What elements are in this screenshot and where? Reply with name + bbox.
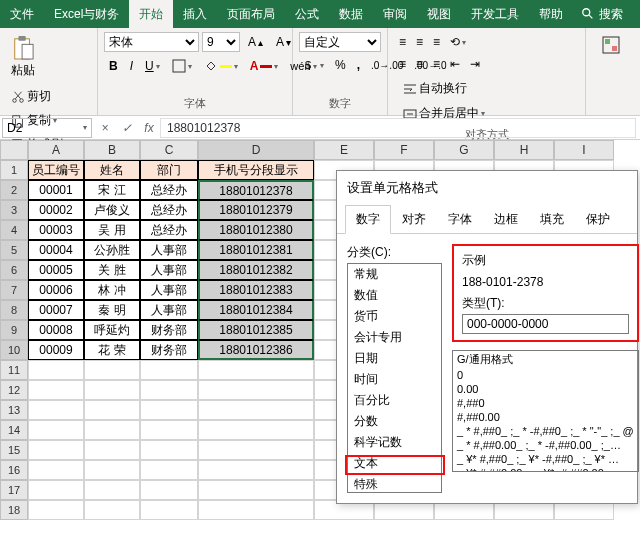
- row-header[interactable]: 15: [0, 440, 28, 460]
- enter-button[interactable]: ✓: [116, 121, 138, 135]
- row-header[interactable]: 7: [0, 280, 28, 300]
- align-middle-button[interactable]: ≡: [411, 32, 428, 52]
- cell[interactable]: 呼延灼: [84, 320, 140, 340]
- row-header[interactable]: 18: [0, 500, 28, 520]
- cell[interactable]: 秦 明: [84, 300, 140, 320]
- cell[interactable]: [140, 420, 198, 440]
- col-header-I[interactable]: I: [554, 140, 614, 160]
- cell[interactable]: [28, 380, 84, 400]
- font-name-select[interactable]: 宋体: [104, 32, 199, 52]
- cancel-button[interactable]: ×: [94, 121, 116, 135]
- cell[interactable]: 关 胜: [84, 260, 140, 280]
- cell[interactable]: 00008: [28, 320, 84, 340]
- align-right-button[interactable]: ≡: [428, 54, 445, 74]
- col-header-F[interactable]: F: [374, 140, 434, 160]
- row-header[interactable]: 16: [0, 460, 28, 480]
- fx-button[interactable]: fx: [138, 121, 160, 135]
- row-header[interactable]: 4: [0, 220, 28, 240]
- format-code-item[interactable]: #,##0.00: [453, 410, 638, 424]
- cell[interactable]: [84, 420, 140, 440]
- font-size-select[interactable]: 9: [202, 32, 240, 52]
- cell[interactable]: 00007: [28, 300, 84, 320]
- row-header[interactable]: 12: [0, 380, 28, 400]
- col-header-B[interactable]: B: [84, 140, 140, 160]
- dialog-tab-alignment[interactable]: 对齐: [391, 205, 437, 234]
- cell[interactable]: [84, 480, 140, 500]
- category-item[interactable]: 日期: [348, 348, 441, 369]
- increase-indent-button[interactable]: ⇥: [465, 54, 485, 74]
- cell[interactable]: 18801012382: [198, 260, 314, 280]
- cell[interactable]: [140, 460, 198, 480]
- cell[interactable]: [28, 480, 84, 500]
- row-header[interactable]: 6: [0, 260, 28, 280]
- cut-button[interactable]: 剪切: [6, 85, 68, 108]
- tab-help[interactable]: 帮助: [529, 0, 573, 28]
- cell[interactable]: [198, 440, 314, 460]
- col-header-G[interactable]: G: [434, 140, 494, 160]
- cell[interactable]: 00001: [28, 180, 84, 200]
- select-all-corner[interactable]: [0, 140, 28, 160]
- cell[interactable]: [198, 480, 314, 500]
- border-button[interactable]: ▾: [167, 56, 197, 76]
- number-format-select[interactable]: 自定义: [299, 32, 381, 52]
- format-code-item[interactable]: _ ¥* #,##0_ ;_ ¥* -#,##0_ ;_ ¥* …: [453, 452, 638, 466]
- category-item[interactable]: 科学记数: [348, 432, 441, 453]
- tab-view[interactable]: 视图: [417, 0, 461, 28]
- col-header-C[interactable]: C: [140, 140, 198, 160]
- format-code-item[interactable]: G/通用格式: [453, 351, 638, 368]
- row-header[interactable]: 8: [0, 300, 28, 320]
- format-code-item[interactable]: _ * #,##0.00_ ;_ * -#,##0.00_ ;_…: [453, 438, 638, 452]
- cell[interactable]: [140, 480, 198, 500]
- header-cell[interactable]: 手机号分段显示: [198, 160, 314, 180]
- underline-button[interactable]: U▾: [140, 56, 165, 76]
- align-bottom-button[interactable]: ≡: [428, 32, 445, 52]
- format-code-item[interactable]: 0.00: [453, 382, 638, 396]
- row-header[interactable]: 17: [0, 480, 28, 500]
- cell[interactable]: [84, 440, 140, 460]
- row-header[interactable]: 11: [0, 360, 28, 380]
- format-code-item[interactable]: 0: [453, 368, 638, 382]
- cell[interactable]: 总经办: [140, 180, 198, 200]
- type-input[interactable]: [462, 314, 629, 334]
- cell[interactable]: [28, 440, 84, 460]
- name-box[interactable]: D2▾: [2, 118, 92, 138]
- row-header[interactable]: 9: [0, 320, 28, 340]
- row-header[interactable]: 13: [0, 400, 28, 420]
- cell[interactable]: [84, 360, 140, 380]
- wrap-text-button[interactable]: 自动换行: [398, 77, 490, 100]
- cell[interactable]: [198, 460, 314, 480]
- cell[interactable]: [140, 400, 198, 420]
- cell[interactable]: 财务部: [140, 340, 198, 360]
- dialog-tab-protection[interactable]: 保护: [575, 205, 621, 234]
- cell[interactable]: 18801012383: [198, 280, 314, 300]
- cell[interactable]: [84, 500, 140, 520]
- cell[interactable]: [198, 380, 314, 400]
- row-header[interactable]: 2: [0, 180, 28, 200]
- align-center-button[interactable]: ≡: [411, 54, 428, 74]
- cell[interactable]: [84, 400, 140, 420]
- cell[interactable]: 人事部: [140, 260, 198, 280]
- tab-developer[interactable]: 开发工具: [461, 0, 529, 28]
- font-color-button[interactable]: A▾: [245, 56, 284, 76]
- row-header[interactable]: 5: [0, 240, 28, 260]
- header-cell[interactable]: 姓名: [84, 160, 140, 180]
- cell[interactable]: 人事部: [140, 240, 198, 260]
- cell[interactable]: 18801012386: [198, 340, 314, 360]
- cell[interactable]: [198, 360, 314, 380]
- paste-button[interactable]: 粘贴: [6, 32, 40, 82]
- category-item[interactable]: 常规: [348, 264, 441, 285]
- dialog-tab-fill[interactable]: 填充: [529, 205, 575, 234]
- dialog-tab-font[interactable]: 字体: [437, 205, 483, 234]
- format-code-list[interactable]: G/通用格式00.00#,##0#,##0.00_ * #,##0_ ;_ * …: [452, 350, 639, 472]
- cell[interactable]: 00004: [28, 240, 84, 260]
- tab-page-layout[interactable]: 页面布局: [217, 0, 285, 28]
- category-item[interactable]: 文本: [348, 453, 441, 474]
- tab-file[interactable]: 文件: [0, 0, 44, 28]
- category-item[interactable]: 百分比: [348, 390, 441, 411]
- category-item[interactable]: 特殊: [348, 474, 441, 493]
- cell[interactable]: 花 荣: [84, 340, 140, 360]
- cell[interactable]: [84, 380, 140, 400]
- header-cell[interactable]: 部门: [140, 160, 198, 180]
- tab-review[interactable]: 审阅: [373, 0, 417, 28]
- increase-font-button[interactable]: A▴: [243, 32, 268, 52]
